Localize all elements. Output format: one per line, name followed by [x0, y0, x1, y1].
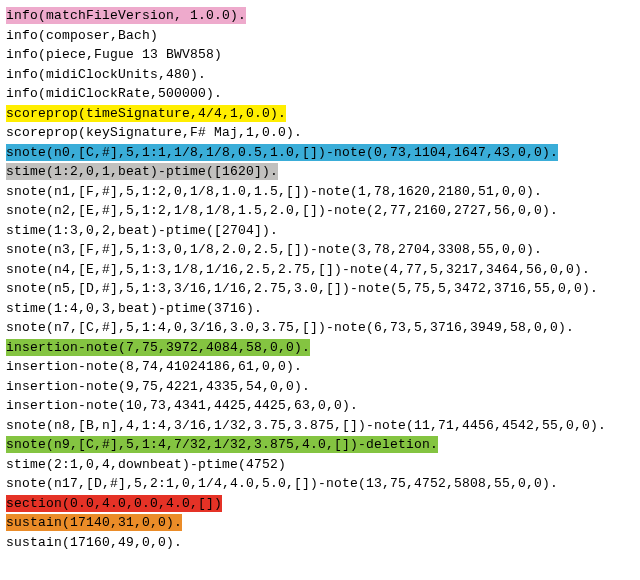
code-text: stime(1:2,0,1,beat)-ptime([1620]).	[6, 163, 278, 180]
code-line: scoreprop(timeSignature,4/4,1,0.0).	[6, 104, 634, 124]
code-text: stime(1:3,0,2,beat)-ptime([2704]).	[6, 223, 278, 238]
code-line: stime(1:4,0,3,beat)-ptime(3716).	[6, 299, 634, 319]
code-text: insertion-note(8,74,41024186,61,0,0).	[6, 359, 302, 374]
code-line: section(0.0,4.0,0.0,4.0,[])	[6, 494, 634, 514]
code-text: info(piece,Fugue 13 BWV858)	[6, 47, 222, 62]
code-text: section(0.0,4.0,0.0,4.0,[])	[6, 495, 222, 512]
code-line: snote(n4,[E,#],5,1:3,1/8,1/16,2.5,2.75,[…	[6, 260, 634, 280]
code-text: info(composer,Bach)	[6, 28, 158, 43]
code-text: snote(n7,[C,#],5,1:4,0,3/16,3.0,3.75,[])…	[6, 320, 574, 335]
code-text: info(matchFileVersion, 1.0.0).	[6, 7, 246, 24]
code-text: snote(n8,[B,n],4,1:4,3/16,1/32,3.75,3.87…	[6, 418, 606, 433]
code-text: snote(n9,[C,#],5,1:4,7/32,1/32,3.875,4.0…	[6, 436, 438, 453]
code-line: scoreprop(keySignature,F# Maj,1,0.0).	[6, 123, 634, 143]
code-line: stime(1:3,0,2,beat)-ptime([2704]).	[6, 221, 634, 241]
code-line: sustain(17160,49,0,0).	[6, 533, 634, 553]
code-line: info(composer,Bach)	[6, 26, 634, 46]
code-text: snote(n0,[C,#],5,1:1,1/8,1/8,0.5,1.0,[])…	[6, 144, 558, 161]
code-line: snote(n8,[B,n],4,1:4,3/16,1/32,3.75,3.87…	[6, 416, 634, 436]
code-line: snote(n7,[C,#],5,1:4,0,3/16,3.0,3.75,[])…	[6, 318, 634, 338]
code-line: snote(n5,[D,#],5,1:3,3/16,1/16,2.75,3.0,…	[6, 279, 634, 299]
code-text: scoreprop(keySignature,F# Maj,1,0.0).	[6, 125, 302, 140]
code-listing: info(matchFileVersion, 1.0.0).info(compo…	[6, 6, 634, 552]
code-line: stime(1:2,0,1,beat)-ptime([1620]).	[6, 162, 634, 182]
code-line: info(midiClockRate,500000).	[6, 84, 634, 104]
code-line: snote(n1,[F,#],5,1:2,0,1/8,1.0,1.5,[])-n…	[6, 182, 634, 202]
code-text: insertion-note(9,75,4221,4335,54,0,0).	[6, 379, 310, 394]
code-line: snote(n2,[E,#],5,1:2,1/8,1/8,1.5,2.0,[])…	[6, 201, 634, 221]
code-text: scoreprop(timeSignature,4/4,1,0.0).	[6, 105, 286, 122]
code-line: info(matchFileVersion, 1.0.0).	[6, 6, 634, 26]
code-text: stime(1:4,0,3,beat)-ptime(3716).	[6, 301, 262, 316]
code-text: sustain(17140,31,0,0).	[6, 514, 182, 531]
code-text: info(midiClockRate,500000).	[6, 86, 222, 101]
code-text: snote(n5,[D,#],5,1:3,3/16,1/16,2.75,3.0,…	[6, 281, 598, 296]
code-text: snote(n4,[E,#],5,1:3,1/8,1/16,2.5,2.75,[…	[6, 262, 590, 277]
code-line: snote(n3,[F,#],5,1:3,0,1/8,2.0,2.5,[])-n…	[6, 240, 634, 260]
code-line: snote(n9,[C,#],5,1:4,7/32,1/32,3.875,4.0…	[6, 435, 634, 455]
code-line: info(piece,Fugue 13 BWV858)	[6, 45, 634, 65]
code-line: insertion-note(10,73,4341,4425,4425,63,0…	[6, 396, 634, 416]
code-line: snote(n0,[C,#],5,1:1,1/8,1/8,0.5,1.0,[])…	[6, 143, 634, 163]
code-line: sustain(17140,31,0,0).	[6, 513, 634, 533]
code-line: info(midiClockUnits,480).	[6, 65, 634, 85]
code-text: insertion-note(7,75,3972,4084,58,0,0).	[6, 339, 310, 356]
code-line: stime(2:1,0,4,downbeat)-ptime(4752)	[6, 455, 634, 475]
code-text: stime(2:1,0,4,downbeat)-ptime(4752)	[6, 457, 286, 472]
code-text: info(midiClockUnits,480).	[6, 67, 206, 82]
code-text: insertion-note(10,73,4341,4425,4425,63,0…	[6, 398, 358, 413]
code-text: snote(n17,[D,#],5,2:1,0,1/4,4.0,5.0,[])-…	[6, 476, 558, 491]
code-line: snote(n17,[D,#],5,2:1,0,1/4,4.0,5.0,[])-…	[6, 474, 634, 494]
code-text: snote(n3,[F,#],5,1:3,0,1/8,2.0,2.5,[])-n…	[6, 242, 542, 257]
code-text: snote(n2,[E,#],5,1:2,1/8,1/8,1.5,2.0,[])…	[6, 203, 558, 218]
code-line: insertion-note(9,75,4221,4335,54,0,0).	[6, 377, 634, 397]
code-line: insertion-note(7,75,3972,4084,58,0,0).	[6, 338, 634, 358]
code-line: insertion-note(8,74,41024186,61,0,0).	[6, 357, 634, 377]
code-text: snote(n1,[F,#],5,1:2,0,1/8,1.0,1.5,[])-n…	[6, 184, 542, 199]
code-text: sustain(17160,49,0,0).	[6, 535, 182, 550]
